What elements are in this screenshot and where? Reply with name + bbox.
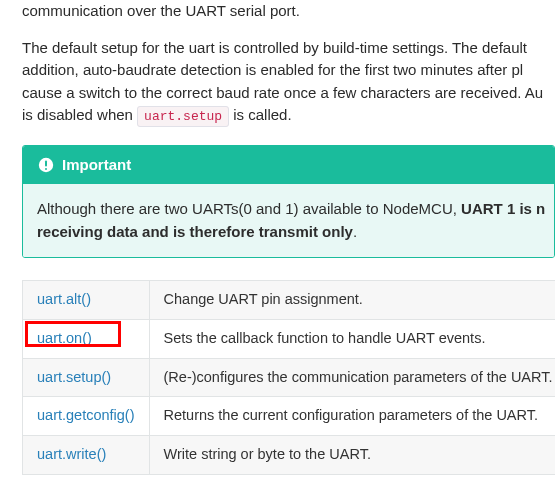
code-uart-setup: uart.setup [137,106,229,127]
api-link-uart-write[interactable]: uart.write() [37,446,106,462]
api-desc: Write string or byte to the UART. [149,436,555,475]
table-row: uart.on() Sets the callback function to … [23,319,556,358]
api-link-uart-setup[interactable]: uart.setup() [37,369,111,385]
api-table: uart.alt() Change UART pin assignment. u… [22,280,555,475]
intro-p2-b: addition, auto-baudrate detection is ena… [22,61,523,78]
api-desc: Sets the callback function to handle UAR… [149,319,555,358]
api-link-uart-getconfig[interactable]: uart.getconfig() [37,407,135,423]
api-desc: Change UART pin assignment. [149,281,555,320]
table-row: uart.write() Write string or byte to the… [23,436,556,475]
intro-p2-d-suffix: is called. [229,106,292,123]
intro-p2-a: The default setup for the uart is contro… [22,39,527,56]
intro-line-fragment: communication over the UART serial port. [22,0,555,23]
api-link-uart-alt[interactable]: uart.alt() [37,291,91,307]
callout-body: Although there are two UARTs(0 and 1) av… [23,184,554,257]
intro-p2-c: cause a switch to the correct baud rate … [22,84,543,101]
callout-body-bold1: UART 1 is n [461,200,545,217]
api-desc: Returns the current configuration parame… [149,397,555,436]
intro-paragraph: The default setup for the uart is contro… [22,37,555,127]
callout-header: Important [23,146,554,185]
important-callout: Important Although there are two UARTs(0… [22,145,555,259]
api-link-uart-on[interactable]: uart.on() [37,330,92,346]
callout-title: Important [62,154,131,177]
svg-rect-1 [45,160,47,166]
svg-rect-2 [45,168,47,170]
callout-body-prefix: Although there are two UARTs(0 and 1) av… [37,200,461,217]
table-row: uart.getconfig() Returns the current con… [23,397,556,436]
intro-p2-d-prefix: is disabled when [22,106,137,123]
table-row: uart.alt() Change UART pin assignment. [23,281,556,320]
exclamation-circle-icon [37,156,54,173]
callout-body-bold2: receiving data and is therefore transmit… [37,223,353,240]
callout-body-suffix: . [353,223,357,240]
api-desc: (Re-)configures the communication parame… [149,358,555,397]
table-row: uart.setup() (Re-)configures the communi… [23,358,556,397]
